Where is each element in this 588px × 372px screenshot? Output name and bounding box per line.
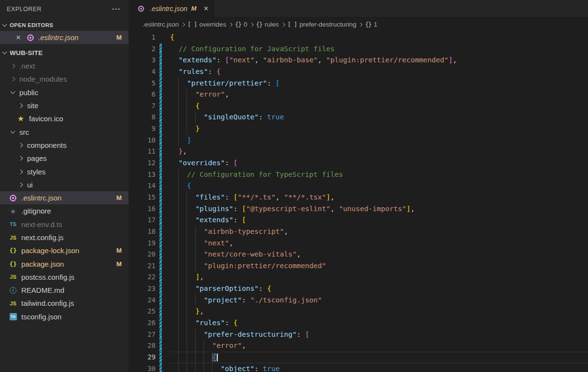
code-line-24[interactable]: 24 "project": "./tsconfig.json"	[129, 295, 588, 306]
tree-item-next-env-d-ts[interactable]: TSnext-env.d.ts	[0, 218, 129, 231]
gutter-modified-indicator-icon	[159, 146, 162, 157]
code-line-11[interactable]: 11 },	[129, 146, 588, 157]
tree-item-styles[interactable]: styles	[0, 165, 129, 178]
tree-item-pages[interactable]: pages	[0, 152, 129, 165]
code-line-5[interactable]: 5 "prettier/prettier": [	[129, 78, 588, 89]
chevron-right-icon[interactable]	[16, 143, 24, 147]
code-line-20[interactable]: 20 "next/core-web-vitals",	[129, 249, 588, 260]
tree-item-tailwind-config-js[interactable]: JStailwind.config.js	[0, 297, 129, 310]
code-line-28[interactable]: 28 "error",	[129, 340, 588, 352]
tree-item-package-lock-json[interactable]: {}package-lock.jsonM	[0, 244, 129, 257]
code-line-26[interactable]: 26 "rules": {	[129, 317, 588, 329]
code-line-8[interactable]: 8 "singleQuote": true	[129, 112, 588, 123]
tree-item-site[interactable]: site	[0, 99, 129, 112]
code-line-content: // Configuration for TypeScript files	[170, 169, 588, 181]
breadcrumb-item-prefer-destructuring[interactable]: [ ]prefer-destructuring	[287, 21, 356, 28]
tree-item-next-config-js[interactable]: JSnext.config.js	[0, 231, 129, 244]
tree-item-label: tsconfig.json	[21, 313, 61, 321]
chevron-right-icon[interactable]	[16, 104, 24, 107]
tree-item-src[interactable]: src	[0, 125, 129, 138]
tree-item-tsconfig-json[interactable]: TStsconfig.json	[0, 310, 129, 323]
code-line-25[interactable]: 25 },	[129, 306, 588, 317]
close-icon[interactable]: ×	[14, 33, 22, 42]
gutter-modified-indicator-icon	[159, 66, 162, 78]
indent-guides	[178, 363, 216, 372]
chevron-down-icon[interactable]	[9, 91, 16, 93]
code-line-2[interactable]: 2 // Configuration for JavaScript files	[129, 43, 588, 55]
line-number: 29	[129, 352, 156, 363]
tree-item-postcss-config-js[interactable]: JSpostcss.config.js	[0, 271, 129, 284]
gutter-modified-indicator-icon	[159, 260, 162, 272]
code-tokens: },	[170, 147, 187, 155]
code-line-9[interactable]: 9 }	[129, 123, 588, 135]
tree-item-public[interactable]: public	[0, 86, 129, 99]
line-number: 25	[129, 306, 156, 317]
code-line-30[interactable]: 30 "object": true	[129, 363, 588, 372]
gutter-modified-indicator-icon	[159, 43, 162, 55]
chevron-right-icon[interactable]	[9, 77, 16, 81]
code-line-16[interactable]: 16 "plugins": ["@typescript-eslint", "un…	[129, 203, 588, 215]
git-modified-badge: M	[116, 260, 122, 268]
tree-item-label: package.json	[21, 260, 64, 268]
chevron-down-icon[interactable]	[9, 131, 16, 133]
more-actions-icon[interactable]: ···	[112, 7, 121, 12]
chevron-down-icon[interactable]	[2, 22, 7, 27]
code-line-27[interactable]: 27 "prefer-destructuring": [	[129, 329, 588, 341]
line-number: 27	[129, 329, 156, 341]
code-line-14[interactable]: 14 {	[129, 180, 588, 192]
indent-guides	[178, 78, 183, 89]
tree-item-ui[interactable]: ui	[0, 178, 129, 191]
tab-eslintrc[interactable]: .eslintrc.json M ×	[129, 0, 214, 17]
indent-guides	[178, 112, 200, 123]
code-line-15[interactable]: 15 "files": ["**/*.ts", "**/*.tsx"],	[129, 192, 588, 203]
line-number: 19	[129, 238, 156, 249]
tree-item-package-json[interactable]: {}package.jsonM	[0, 257, 129, 270]
code-line-22[interactable]: 22 ],	[129, 272, 588, 283]
breadcrumb-item-0[interactable]: {}0	[235, 21, 247, 28]
breadcrumb-item-rules[interactable]: {}rules	[256, 21, 279, 28]
tree-item-label: README.md	[21, 286, 64, 294]
breadcrumb-item--eslintrc-json[interactable]: .eslintrc.json	[140, 21, 179, 28]
code-line-10[interactable]: 10 ]	[129, 135, 588, 146]
code-line-7[interactable]: 7 {	[129, 100, 588, 112]
code-line-17[interactable]: 17 "extends": [	[129, 215, 588, 226]
chevron-down-icon[interactable]	[2, 50, 7, 55]
tree-item-next[interactable]: .next	[0, 59, 129, 72]
code-line-1[interactable]: 1{	[129, 32, 588, 43]
open-editor-item-eslintrc[interactable]: × .eslintrc.json M	[0, 31, 129, 44]
code-line-3[interactable]: 3 "extends": ["next", "airbnb-base", "pl…	[129, 55, 588, 66]
code-line-12[interactable]: 12 "overrides": [	[129, 157, 588, 169]
code-line-content: "error",	[170, 89, 588, 100]
line-number: 28	[129, 340, 156, 352]
tree-item-favicon-ico[interactable]: ★favicon.ico	[0, 112, 129, 125]
tree-item-eslintrc-json[interactable]: .eslintrc.jsonM	[0, 191, 129, 204]
code-line-19[interactable]: 19 "next",	[129, 238, 588, 249]
tree-item-label: tailwind.config.js	[21, 299, 74, 307]
breadcrumb-item-1[interactable]: {}1	[365, 21, 377, 28]
code-line-6[interactable]: 6 "error",	[129, 89, 588, 100]
tree-item-node-modules[interactable]: node_modules	[0, 72, 129, 86]
gutter-modified-indicator-icon	[159, 112, 162, 123]
tree-item-components[interactable]: components	[0, 139, 129, 152]
tree-item-label: ui	[27, 181, 33, 189]
chevron-right-icon[interactable]	[16, 157, 24, 160]
breadcrumb-item-overrides[interactable]: [ ]overrides	[187, 21, 226, 28]
code-area[interactable]: 1{2 // Configuration for JavaScript file…	[129, 32, 588, 372]
code-line-4[interactable]: 4 "rules": {	[129, 66, 588, 78]
code-line-21[interactable]: 21 "plugin:prettier/recommended"	[129, 260, 588, 272]
code-line-29[interactable]: 29 {	[129, 352, 588, 363]
open-editors-header[interactable]: OPEN EDITORS	[0, 19, 129, 31]
ts-icon: TS	[8, 221, 18, 227]
chevron-right-icon[interactable]	[16, 170, 24, 173]
code-line-23[interactable]: 23 "parserOptions": {	[129, 283, 588, 295]
workspace-header[interactable]: WUB-SITE	[0, 46, 129, 59]
chevron-right-icon[interactable]	[16, 183, 24, 186]
tree-item-readme-md[interactable]: iREADME.md	[0, 284, 129, 297]
chevron-right-icon[interactable]	[9, 64, 16, 68]
tab-close-icon[interactable]: ×	[204, 5, 208, 13]
indent-guides	[178, 123, 191, 135]
code-line-13[interactable]: 13 // Configuration for TypeScript files	[129, 169, 588, 181]
code-line-18[interactable]: 18 "airbnb-typescript",	[129, 226, 588, 238]
tree-item-gitignore[interactable]: ◈.gitignore	[0, 204, 129, 217]
gutter-modified-indicator-icon	[159, 329, 162, 341]
